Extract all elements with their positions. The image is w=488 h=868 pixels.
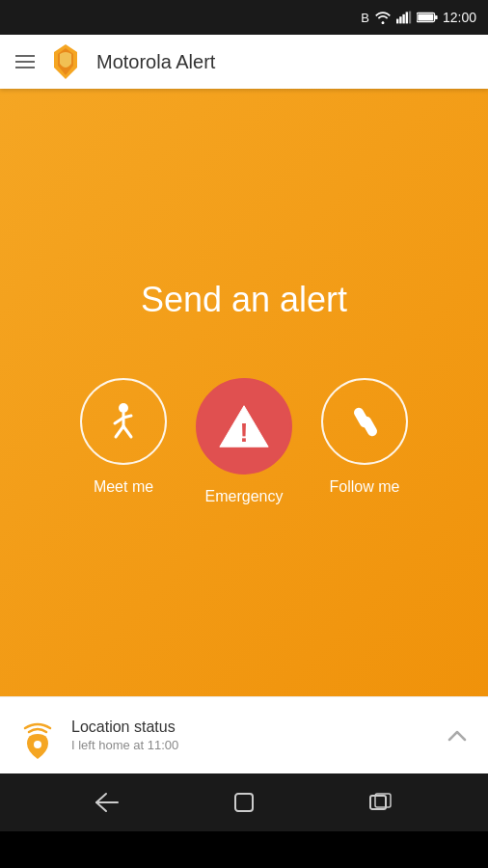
recents-button[interactable] xyxy=(368,792,393,813)
location-status-subtitle: I left home at 11:00 xyxy=(71,738,430,752)
signal-icon xyxy=(396,11,412,24)
svg-line-14 xyxy=(116,426,123,437)
location-bar: Location status I left home at 11:00 xyxy=(0,696,488,773)
chevron-up-icon[interactable] xyxy=(446,724,469,747)
svg-rect-0 xyxy=(396,19,398,24)
follow-me-button[interactable]: Follow me xyxy=(321,378,408,496)
emergency-label: Emergency xyxy=(205,488,284,505)
status-icons: B 12:00 xyxy=(361,10,476,25)
location-status-title: Location status xyxy=(71,719,430,736)
svg-rect-22 xyxy=(235,794,253,811)
svg-text:!: ! xyxy=(239,419,248,448)
svg-line-13 xyxy=(123,416,131,418)
pills-icon xyxy=(343,400,386,443)
send-alert-title: Send an alert xyxy=(141,280,347,320)
svg-line-15 xyxy=(123,426,131,437)
bottom-nav xyxy=(0,773,488,831)
location-pin-icon xyxy=(19,713,56,759)
meet-me-button[interactable]: Meet me xyxy=(80,378,167,496)
main-content: Send an alert xyxy=(0,89,488,696)
alert-buttons-row: Meet me ! Emergency xyxy=(80,378,408,505)
warning-triangle-icon: ! xyxy=(216,398,272,454)
app-logo xyxy=(50,44,81,79)
status-bar: B 12:00 xyxy=(0,0,488,35)
svg-rect-3 xyxy=(406,12,408,23)
meet-me-label: Meet me xyxy=(94,478,153,496)
app-title: Motorola Alert xyxy=(96,51,215,73)
svg-point-20 xyxy=(34,741,41,748)
follow-me-label: Follow me xyxy=(330,478,400,496)
svg-rect-7 xyxy=(418,14,433,21)
back-button[interactable] xyxy=(95,792,120,813)
meet-me-circle xyxy=(80,378,167,465)
svg-rect-1 xyxy=(399,16,401,23)
location-info: Location status I left home at 11:00 xyxy=(71,719,430,752)
home-button[interactable] xyxy=(231,790,257,815)
follow-me-circle xyxy=(321,378,408,465)
bluetooth-icon: B xyxy=(361,11,369,25)
walk-person-icon xyxy=(102,400,145,443)
battery-icon xyxy=(417,12,438,23)
svg-rect-2 xyxy=(402,14,404,24)
wifi-icon xyxy=(374,11,392,24)
emergency-circle: ! xyxy=(196,378,292,475)
emergency-button[interactable]: ! Emergency xyxy=(196,378,292,505)
svg-rect-4 xyxy=(409,12,411,24)
svg-rect-6 xyxy=(435,15,438,19)
menu-icon[interactable] xyxy=(15,55,35,68)
app-bar: Motorola Alert xyxy=(0,35,488,89)
status-time: 12:00 xyxy=(443,10,476,25)
